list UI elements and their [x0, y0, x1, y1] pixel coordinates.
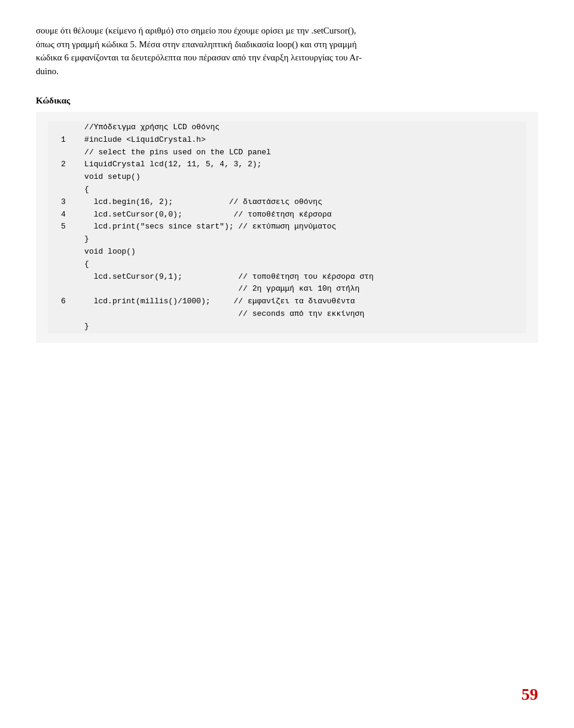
line-number: [48, 271, 66, 284]
code-line: // select the pins used on the LCD panel: [48, 147, 526, 159]
line-number: [48, 233, 66, 246]
line-number: [48, 246, 66, 258]
line-number: [48, 171, 66, 184]
line-code: void loop(): [66, 246, 526, 258]
intro-text: σουμε ότι θέλουμε (κείμενο ή αριθμό) στο…: [36, 24, 538, 78]
code-section-title: Κώδικας: [36, 96, 538, 106]
line-code: lcd.print("secs since start"); // εκτύπω…: [66, 221, 526, 233]
code-line: 2 LiquidCrystal lcd(12, 11, 5, 4, 3, 2);: [48, 159, 526, 171]
intro-line4: duino.: [36, 66, 59, 76]
line-code: lcd.begin(16, 2); // διαστάσεις οθόνης: [66, 196, 526, 209]
intro-line1: σουμε ότι θέλουμε (κείμενο ή αριθμό) στο…: [36, 26, 356, 35]
code-line: 5 lcd.print("secs since start"); // εκτύ…: [48, 221, 526, 233]
code-block: //Υπόδειγμα χρήσης LCD οθόνης1 #include …: [36, 112, 538, 343]
line-number: [48, 184, 66, 196]
code-line: //Υπόδειγμα χρήσης LCD οθόνης: [48, 121, 526, 134]
line-number: [48, 147, 66, 159]
code-line: 1 #include <LiquidCrystal.h>: [48, 134, 526, 147]
line-number: 2: [48, 159, 66, 171]
line-number: 1: [48, 134, 66, 147]
code-line: 6 lcd.print(millis()/1000); // εμφανίζει…: [48, 296, 526, 308]
page-container: σουμε ότι θέλουμε (κείμενο ή αριθμό) στο…: [0, 0, 574, 728]
line-number: [48, 121, 66, 134]
code-line: {: [48, 184, 526, 196]
code-line: }: [48, 233, 526, 246]
line-number: 6: [48, 296, 66, 308]
code-line: 3 lcd.begin(16, 2); // διαστάσεις οθόνης: [48, 196, 526, 209]
line-number: [48, 321, 66, 333]
line-number: [48, 258, 66, 271]
line-code: {: [66, 184, 526, 196]
line-number: 4: [48, 209, 66, 221]
page-number: 59: [521, 685, 538, 704]
intro-line3: κώδικα 6 εμφανίζονται τα δευτερόλεπτα πο…: [36, 53, 362, 62]
intro-line2: όπως στη γραμμή κώδικα 5. Μέσα στην επαν…: [36, 39, 357, 49]
line-code: #include <LiquidCrystal.h>: [66, 134, 526, 147]
line-code: LiquidCrystal lcd(12, 11, 5, 4, 3, 2);: [66, 159, 526, 171]
line-code: lcd.setCursor(0,0); // τοποθέτηση κέρσορ…: [66, 209, 526, 221]
line-code: lcd.print(millis()/1000); // εμφανίζει τ…: [66, 296, 526, 308]
line-code: {: [66, 258, 526, 271]
line-code: // seconds από την εκκίνηση: [66, 308, 526, 321]
code-line: lcd.setCursor(9,1); // τοποθέτηση του κέ…: [48, 271, 526, 284]
code-line: void loop(): [48, 246, 526, 258]
line-code: lcd.setCursor(9,1); // τοποθέτηση του κέ…: [66, 271, 526, 284]
code-table: //Υπόδειγμα χρήσης LCD οθόνης1 #include …: [48, 121, 526, 333]
code-line: // seconds από την εκκίνηση: [48, 308, 526, 321]
line-number: [48, 283, 66, 296]
line-number: [48, 308, 66, 321]
code-line: 4 lcd.setCursor(0,0); // τοποθέτηση κέρσ…: [48, 209, 526, 221]
line-number: 3: [48, 196, 66, 209]
code-line: void setup(): [48, 171, 526, 184]
code-line: {: [48, 258, 526, 271]
code-line: // 2η γραμμή και 10η στήλη: [48, 283, 526, 296]
line-code: }: [66, 321, 526, 333]
line-number: 5: [48, 221, 66, 233]
line-code: void setup(): [66, 171, 526, 184]
code-line: }: [48, 321, 526, 333]
line-code: // 2η γραμμή και 10η στήλη: [66, 283, 526, 296]
line-code: }: [66, 233, 526, 246]
line-code: // select the pins used on the LCD panel: [66, 147, 526, 159]
line-code: //Υπόδειγμα χρήσης LCD οθόνης: [66, 121, 526, 134]
